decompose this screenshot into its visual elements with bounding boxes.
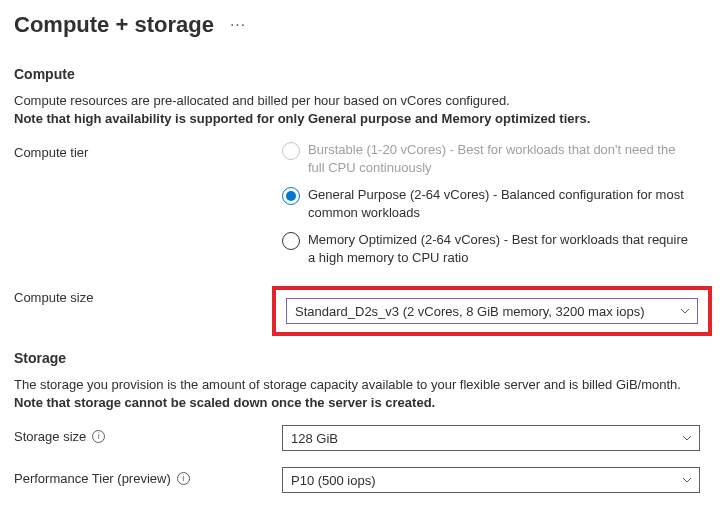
radio-icon — [282, 187, 300, 205]
compute-size-label: Compute size — [14, 286, 282, 305]
chevron-down-icon — [681, 474, 693, 486]
compute-tier-option-general-purpose[interactable]: General Purpose (2-64 vCores) - Balanced… — [282, 186, 692, 221]
radio-label: General Purpose (2-64 vCores) - Balanced… — [308, 186, 692, 221]
performance-tier-row: Performance Tier (preview) i P10 (500 io… — [14, 467, 706, 493]
compute-tier-row: Compute tier Burstable (1-20 vCores) - B… — [14, 141, 706, 266]
chevron-down-icon — [679, 305, 691, 317]
storage-section-heading: Storage — [14, 350, 706, 366]
page-title: Compute + storage — [14, 12, 214, 38]
compute-description: Compute resources are pre-allocated and … — [14, 92, 704, 127]
select-value: P10 (500 iops) — [291, 473, 376, 488]
storage-size-label: Storage size i — [14, 425, 282, 444]
radio-icon — [282, 232, 300, 250]
compute-description-line2: Note that high availability is supported… — [14, 111, 590, 126]
page-header: Compute + storage ··· — [14, 12, 706, 38]
storage-size-select[interactable]: 128 GiB — [282, 425, 700, 451]
compute-section-heading: Compute — [14, 66, 706, 82]
select-value: 128 GiB — [291, 431, 338, 446]
compute-size-highlight: Standard_D2s_v3 (2 vCores, 8 GiB memory,… — [272, 286, 712, 336]
performance-tier-select[interactable]: P10 (500 iops) — [282, 467, 700, 493]
more-actions-icon[interactable]: ··· — [226, 14, 250, 36]
compute-tier-radio-group: Burstable (1-20 vCores) - Best for workl… — [282, 141, 692, 266]
storage-description-line1: The storage you provision is the amount … — [14, 377, 681, 392]
compute-size-select[interactable]: Standard_D2s_v3 (2 vCores, 8 GiB memory,… — [286, 298, 698, 324]
compute-tier-option-memory-optimized[interactable]: Memory Optimized (2-64 vCores) - Best fo… — [282, 231, 692, 266]
performance-tier-label: Performance Tier (preview) i — [14, 467, 282, 486]
info-icon[interactable]: i — [177, 472, 190, 485]
storage-description-line2: Note that storage cannot be scaled down … — [14, 395, 435, 410]
chevron-down-icon — [681, 432, 693, 444]
compute-tier-label: Compute tier — [14, 141, 282, 160]
compute-tier-option-burstable: Burstable (1-20 vCores) - Best for workl… — [282, 141, 692, 176]
select-value: Standard_D2s_v3 (2 vCores, 8 GiB memory,… — [295, 304, 644, 319]
storage-description: The storage you provision is the amount … — [14, 376, 704, 411]
info-icon[interactable]: i — [92, 430, 105, 443]
radio-label: Burstable (1-20 vCores) - Best for workl… — [308, 141, 692, 176]
label-text: Performance Tier (preview) — [14, 471, 171, 486]
storage-size-row: Storage size i 128 GiB — [14, 425, 706, 451]
compute-size-row: Compute size Standard_D2s_v3 (2 vCores, … — [14, 286, 706, 336]
radio-label: Memory Optimized (2-64 vCores) - Best fo… — [308, 231, 692, 266]
radio-icon — [282, 142, 300, 160]
label-text: Storage size — [14, 429, 86, 444]
compute-description-line1: Compute resources are pre-allocated and … — [14, 93, 510, 108]
